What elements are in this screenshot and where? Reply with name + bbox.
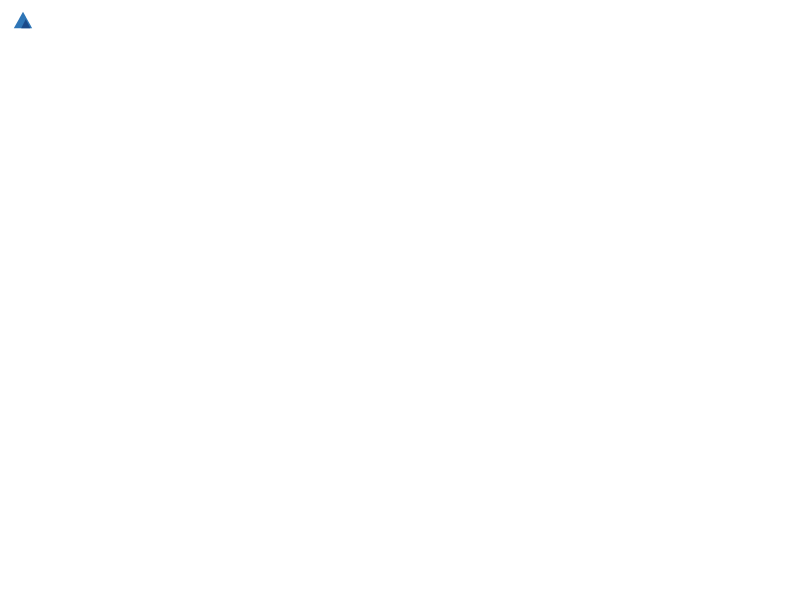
logo-icon bbox=[12, 10, 34, 32]
logo bbox=[10, 10, 34, 32]
page-header bbox=[10, 10, 782, 32]
